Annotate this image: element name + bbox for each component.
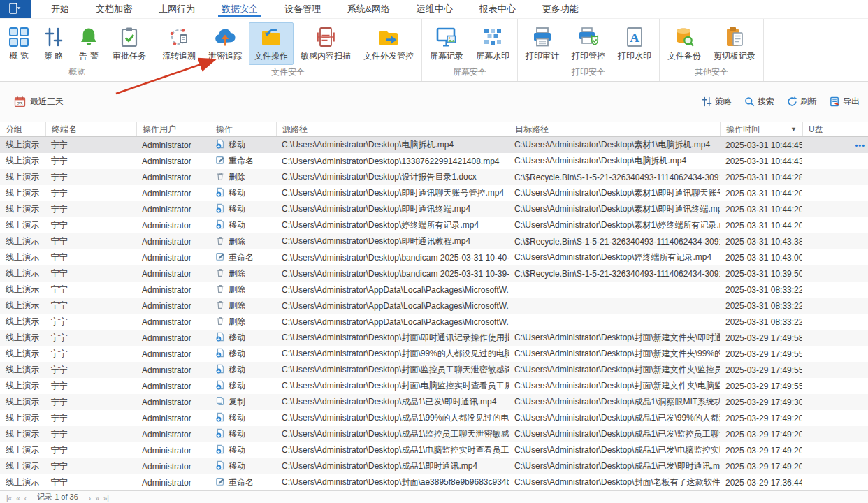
table-row[interactable]: 线上演示宁宁Administrator移动C:\Users\Administra… (0, 217, 868, 233)
ribbon-button-screen-record[interactable]: 屏幕记录 (424, 22, 469, 65)
column-header-group[interactable]: 分组 (0, 122, 45, 136)
cell-time: 2025-03-31 10:44:20 (720, 201, 802, 217)
toolbar-action-sliders[interactable]: 策略 (702, 96, 732, 108)
table-row[interactable]: 线上演示宁宁Administrator删除C:\Users\Administra… (0, 282, 868, 298)
ribbon-button-print-control[interactable]: 打印管控 (566, 22, 611, 65)
fast-next-icon[interactable]: » (93, 495, 101, 502)
toolbar-action-label: 搜索 (758, 96, 774, 108)
ribbon-button-flow-trace[interactable]: 流转追溯 (157, 22, 201, 65)
op-label: 移动 (229, 428, 245, 440)
row-actions-menu[interactable]: ••• (855, 141, 868, 150)
ribbon-button-leak-trace[interactable]: 泄密追踪 (203, 22, 247, 65)
menu-tab-4[interactable]: 数据安全 (208, 0, 271, 18)
column-header-user[interactable]: 操作用户 (136, 122, 210, 136)
table-row[interactable]: 线上演示宁宁Administrator移动C:\Users\Administra… (0, 442, 868, 458)
date-range-filter[interactable]: 23 最近三天 (14, 96, 64, 108)
ribbon-button-print-watermark[interactable]: A打印水印 (612, 22, 657, 65)
sort-arrow-icon[interactable]: ▼ (790, 126, 797, 133)
toolbar-action-search[interactable]: 搜索 (744, 96, 774, 108)
menu-tab-7[interactable]: 运维中心 (403, 0, 466, 18)
cell-src: C:\Users\Administrator\Desktop\成品1\电脑监控实… (276, 442, 509, 458)
fast-prev-icon[interactable]: « (14, 495, 22, 502)
table-row[interactable]: 线上演示宁宁Administrator移动C:\Users\Administra… (0, 330, 868, 346)
ribbon-button-overview-grid[interactable]: 概 览 (2, 22, 36, 65)
table-row[interactable]: 线上演示宁宁Administrator移动C:\Users\Administra… (0, 458, 868, 474)
cell-filler (853, 362, 868, 378)
menu-tab-5[interactable]: 设备管理 (271, 0, 334, 18)
ribbon-button-approval-clipboard[interactable]: 审批任务 (107, 22, 152, 65)
cell-terminal: 宁宁 (45, 442, 136, 458)
ribbon-button-print-audit[interactable]: 打印审计 (520, 22, 565, 65)
column-header-time[interactable]: 操作时间▼ (720, 122, 802, 136)
cell-group: 线上演示 (0, 298, 45, 314)
menu-tab-2[interactable]: 文档加密 (82, 0, 145, 18)
cell-filler (853, 265, 868, 282)
column-header-filler[interactable] (853, 122, 868, 136)
table-row[interactable]: 线上演示宁宁Administrator移动C:\Users\Administra… (0, 201, 868, 217)
cell-user: Administrator (136, 201, 210, 217)
menu-tab-3[interactable]: 上网行为 (145, 0, 208, 18)
menu-tab-9[interactable]: 更多功能 (529, 0, 592, 18)
cell-group: 线上演示 (0, 201, 45, 217)
column-header-terminal[interactable]: 终端名 (45, 122, 136, 136)
ribbon-button-clipboard-record[interactable]: 剪切板记录 (708, 22, 761, 65)
table-row[interactable]: 线上演示宁宁Administrator移动C:\Users\Administra… (0, 185, 868, 201)
cell-time: 2025-03-31 08:33:22 (720, 298, 802, 314)
column-header-usb[interactable]: U盘 (802, 122, 853, 136)
date-range-label: 最近三天 (30, 96, 64, 108)
toolbar-actions: 策略搜索刷新导出 (702, 96, 860, 108)
table-row[interactable]: 线上演示宁宁Administrator移动C:\Users\Administra… (0, 346, 868, 362)
cell-time: 2025-03-29 17:49:20 (720, 426, 802, 442)
prev-page-icon[interactable]: ‹ (22, 495, 29, 502)
ribbon-button-policy-sliders[interactable]: 策 略 (37, 22, 71, 65)
menu-tab-8[interactable]: 报表中心 (466, 0, 529, 18)
table-row[interactable]: 线上演示宁宁Administrator删除C:\Users\Administra… (0, 298, 868, 314)
cell-group: 线上演示 (0, 426, 45, 442)
column-header-dst[interactable]: 目标路径 (509, 122, 720, 136)
cell-src: C:\Users\Administrator\Desktop\即时通讯聊天账号管… (276, 185, 509, 201)
table-row[interactable]: 线上演示宁宁Administrator移动C:\Users\Administra… (0, 137, 868, 153)
toolbar-action-refresh[interactable]: 刷新 (787, 96, 817, 108)
table-row[interactable]: 线上演示宁宁Administrator删除C:\Users\Administra… (0, 265, 868, 282)
op-label: 删除 (229, 316, 245, 328)
op-move-icon (215, 187, 225, 199)
ribbon-button-label: 文件操作 (254, 50, 288, 62)
cell-src: C:\Users\Administrator\Desktop\成品1\监控员工聊… (276, 426, 509, 442)
table-row[interactable]: 线上演示宁宁Administrator重命名C:\Users\Administr… (0, 249, 868, 265)
cell-user: Administrator (136, 362, 210, 378)
ribbon-group-4: 打印审计打印管控A打印水印打印安全 (518, 19, 660, 81)
op-rename-icon (215, 252, 225, 263)
leak-trace-icon (214, 26, 236, 48)
app-menu-button[interactable] (0, 0, 31, 18)
cell-terminal: 宁宁 (45, 330, 136, 346)
table-row[interactable]: 线上演示宁宁Administrator重命名C:\Users\Administr… (0, 474, 868, 490)
menu-tab-1[interactable]: 开始 (38, 0, 82, 18)
table-row[interactable]: 线上演示宁宁Administrator重命名C:\Users\Administr… (0, 153, 868, 169)
cell-time: 2025-03-29 17:49:20 (720, 442, 802, 458)
column-header-op[interactable]: 操作 (210, 122, 276, 136)
table-row[interactable]: 线上演示宁宁Administrator移动C:\Users\Administra… (0, 410, 868, 426)
menu-tab-6[interactable]: 系统&网络 (334, 0, 403, 18)
table-row[interactable]: 线上演示宁宁Administrator删除C:\Users\Administra… (0, 169, 868, 185)
column-header-src[interactable]: 源路径 (276, 122, 509, 136)
table-row[interactable]: 线上演示宁宁Administrator复制C:\Users\Administra… (0, 394, 868, 410)
next-page-icon[interactable]: › (87, 495, 93, 502)
toolbar-action-export[interactable]: 导出 (830, 96, 860, 108)
ribbon-button-file-backup[interactable]: 文件备份 (662, 22, 707, 65)
ribbon-button-screen-watermark[interactable]: 屏幕水印 (470, 22, 515, 65)
ribbon-button-alarm-bell[interactable]: 告 警 (72, 22, 106, 65)
table-row[interactable]: 线上演示宁宁Administrator移动C:\Users\Administra… (0, 378, 868, 394)
table-row[interactable]: 线上演示宁宁Administrator移动C:\Users\Administra… (0, 426, 868, 442)
table-row[interactable]: 线上演示宁宁Administrator删除C:\Users\Administra… (0, 233, 868, 249)
ribbon-button-sensitive-scan[interactable]: 敏感内容扫描 (295, 22, 356, 65)
ribbon-button-file-operation[interactable]: 文件操作 (249, 22, 294, 65)
cell-group: 线上演示 (0, 346, 45, 362)
first-page-icon[interactable]: |« (4, 495, 14, 502)
cell-user: Administrator (136, 153, 210, 169)
last-page-icon[interactable]: »| (101, 495, 111, 502)
table-row[interactable]: 线上演示宁宁Administrator删除C:\Users\Administra… (0, 314, 868, 330)
cell-usb (802, 153, 853, 169)
table-row[interactable]: 线上演示宁宁Administrator移动C:\Users\Administra… (0, 362, 868, 378)
cell-src: C:\Users\Administrator\AppData\Local\Pac… (276, 282, 509, 298)
ribbon-button-file-outgoing[interactable]: 文件外发管控 (358, 22, 419, 65)
